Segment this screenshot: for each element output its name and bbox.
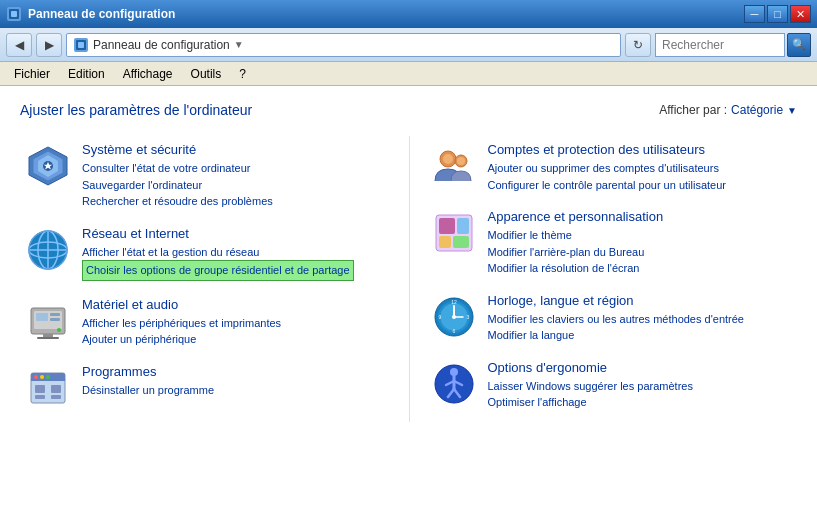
system-link-1[interactable]: Sauvegarder l'ordinateur	[82, 177, 401, 194]
accessibility-link-0[interactable]: Laisser Windows suggérer les paramètres	[488, 378, 790, 395]
page-header: Ajuster les paramètres de l'ordinateur A…	[20, 102, 797, 118]
right-column: Comptes et protection des utilisateurs A…	[409, 136, 798, 422]
window-controls: ─ □ ✕	[744, 5, 811, 23]
hardware-title[interactable]: Matériel et audio	[82, 297, 401, 312]
svg-point-30	[46, 375, 50, 379]
svg-text:9: 9	[438, 314, 441, 320]
system-icon	[24, 142, 72, 190]
view-dropdown[interactable]: Catégorie ▼	[731, 103, 797, 117]
users-link-0[interactable]: Ajouter ou supprimer des comptes d'utili…	[488, 160, 790, 177]
hardware-text: Matériel et audio Afficher les périphéri…	[82, 297, 401, 348]
category-clock: 12 3 6 9 Horloge, langue et région Modif…	[426, 287, 798, 354]
appearance-link-0[interactable]: Modifier le thème	[488, 227, 790, 244]
svg-point-36	[443, 154, 453, 164]
system-text: Système et sécurité Consulter l'état de …	[82, 142, 401, 210]
accessibility-title[interactable]: Options d'ergonomie	[488, 360, 790, 375]
svg-point-24	[57, 328, 61, 332]
network-link-1[interactable]: Choisir les options de groupe résidentie…	[82, 260, 354, 281]
chevron-down-icon: ▼	[787, 105, 797, 116]
network-text: Réseau et Internet Afficher l'état et la…	[82, 226, 401, 281]
page-title: Ajuster les paramètres de l'ordinateur	[20, 102, 252, 118]
svg-rect-40	[439, 218, 455, 234]
svg-rect-34	[51, 395, 61, 399]
appearance-link-1[interactable]: Modifier l'arrière-plan du Bureau	[488, 244, 790, 261]
refresh-button[interactable]: ↻	[625, 33, 651, 57]
programs-link-0[interactable]: Désinstaller un programme	[82, 382, 401, 399]
system-link-2[interactable]: Rechercher et résoudre des problèmes	[82, 193, 401, 210]
svg-rect-5	[78, 42, 84, 48]
search-input[interactable]	[655, 33, 785, 57]
appearance-text: Apparence et personnalisation Modifier l…	[488, 209, 790, 277]
left-column: Système et sécurité Consulter l'état de …	[20, 136, 409, 422]
svg-rect-2	[11, 11, 17, 17]
network-title[interactable]: Réseau et Internet	[82, 226, 401, 241]
main-content: Ajuster les paramètres de l'ordinateur A…	[0, 86, 817, 516]
svg-text:6: 6	[452, 328, 455, 334]
forward-button[interactable]: ▶	[36, 33, 62, 57]
svg-rect-41	[457, 218, 469, 234]
programs-text: Programmes Désinstaller un programme	[82, 364, 401, 399]
programs-icon	[24, 364, 72, 412]
clock-text: Horloge, langue et région Modifier les c…	[488, 293, 790, 344]
menu-bar: Fichier Edition Affichage Outils ?	[0, 62, 817, 86]
programs-title[interactable]: Programmes	[82, 364, 401, 379]
accessibility-icon	[430, 360, 478, 408]
categories-grid: Système et sécurité Consulter l'état de …	[20, 136, 797, 422]
hardware-icon	[24, 297, 72, 345]
svg-point-29	[40, 375, 44, 379]
svg-point-49	[452, 315, 456, 319]
view-by-control: Afficher par : Catégorie ▼	[659, 103, 797, 117]
minimize-button[interactable]: ─	[744, 5, 765, 23]
clock-link-1[interactable]: Modifier la langue	[488, 327, 790, 344]
breadcrumb[interactable]: Panneau de configuration ▼	[66, 33, 621, 57]
menu-affichage[interactable]: Affichage	[115, 64, 181, 84]
hardware-link-0[interactable]: Afficher les périphériques et imprimante…	[82, 315, 401, 332]
hardware-link-1[interactable]: Ajouter un périphérique	[82, 331, 401, 348]
users-link-1[interactable]: Configurer le contrôle parental pour un …	[488, 177, 790, 194]
breadcrumb-icon	[73, 37, 89, 53]
system-link-0[interactable]: Consulter l'état de votre ordinateur	[82, 160, 401, 177]
system-title[interactable]: Système et sécurité	[82, 142, 401, 157]
appearance-link-2[interactable]: Modifier la résolution de l'écran	[488, 260, 790, 277]
menu-help[interactable]: ?	[231, 64, 254, 84]
svg-point-38	[457, 157, 465, 165]
accessibility-text: Options d'ergonomie Laisser Windows sugg…	[488, 360, 790, 411]
window-icon	[6, 6, 22, 22]
category-hardware: Matériel et audio Afficher les périphéri…	[20, 291, 409, 358]
network-link-0[interactable]: Afficher l'état et la gestion du réseau	[82, 244, 401, 261]
accessibility-link-1[interactable]: Optimiser l'affichage	[488, 394, 790, 411]
title-bar: Panneau de configuration ─ □ ✕	[0, 0, 817, 28]
svg-rect-42	[439, 236, 451, 248]
menu-outils[interactable]: Outils	[183, 64, 230, 84]
search-area: 🔍	[655, 33, 811, 57]
window-title: Panneau de configuration	[28, 7, 744, 21]
svg-rect-20	[50, 313, 60, 316]
clock-link-0[interactable]: Modifier les claviers ou les autres méth…	[488, 311, 790, 328]
category-appearance: Apparence et personnalisation Modifier l…	[426, 203, 798, 287]
breadcrumb-dropdown-icon[interactable]: ▼	[234, 39, 244, 50]
menu-fichier[interactable]: Fichier	[6, 64, 58, 84]
menu-edition[interactable]: Edition	[60, 64, 113, 84]
breadcrumb-text: Panneau de configuration	[93, 38, 230, 52]
category-users: Comptes et protection des utilisateurs A…	[426, 136, 798, 203]
users-icon	[430, 142, 478, 190]
back-button[interactable]: ◀	[6, 33, 32, 57]
maximize-button[interactable]: □	[767, 5, 788, 23]
svg-rect-21	[50, 318, 60, 321]
network-icon	[24, 226, 72, 274]
category-network: Réseau et Internet Afficher l'état et la…	[20, 220, 409, 291]
users-title[interactable]: Comptes et protection des utilisateurs	[488, 142, 790, 157]
appearance-icon	[430, 209, 478, 257]
svg-rect-33	[35, 395, 45, 399]
svg-rect-22	[43, 334, 53, 337]
view-by-label: Afficher par :	[659, 103, 727, 117]
svg-point-28	[34, 375, 38, 379]
close-button[interactable]: ✕	[790, 5, 811, 23]
category-programs: Programmes Désinstaller un programme	[20, 358, 409, 422]
view-by-value: Catégorie	[731, 103, 783, 117]
svg-rect-19	[36, 313, 48, 321]
appearance-title[interactable]: Apparence et personnalisation	[488, 209, 790, 224]
address-bar: ◀ ▶ Panneau de configuration ▼ ↻ 🔍	[0, 28, 817, 62]
clock-title[interactable]: Horloge, langue et région	[488, 293, 790, 308]
search-button[interactable]: 🔍	[787, 33, 811, 57]
